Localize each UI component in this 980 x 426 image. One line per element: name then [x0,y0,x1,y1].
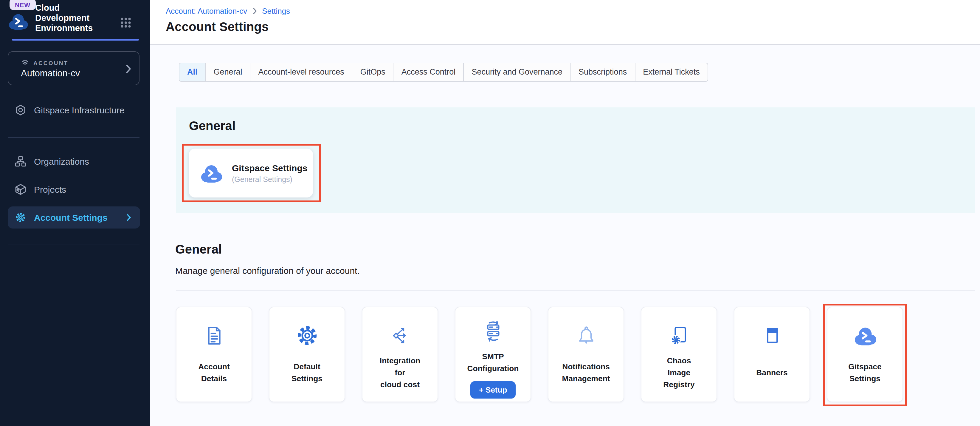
sidebar-item-label: Account Settings [34,212,108,223]
featured-card-text: Gitspace Settings (General Settings) [232,163,307,183]
settings-tabbar: All General Account-level resources GitO… [179,63,708,82]
app-window: NEW Cloud Development Environments ACCOU… [0,0,980,426]
sidebar-item-label: Organizations [34,156,89,166]
card-chaos-image-registry[interactable]: Chaos Image Registry [641,307,717,402]
sidebar-divider [8,245,140,245]
chevron-right-icon [253,8,257,14]
tab-external-tickets[interactable]: External Tickets [635,63,708,81]
new-badge: NEW [10,0,36,10]
tab-security-and-governance[interactable]: Security and Governance [464,63,571,81]
card-label: Integration for cloud cost [380,351,420,394]
card-label: Default Settings [291,351,323,394]
card-account-details[interactable]: Account Details [176,307,252,402]
breadcrumb-account-link[interactable]: Account: Automation-cv [166,6,247,16]
section-divider [176,290,975,290]
settings-tab-row: All General Account-level resources GitO… [179,63,980,82]
gitspace-cloud-icon [199,163,224,183]
banner-window-icon [760,319,784,351]
smtp-setup-button[interactable]: + Setup [471,381,515,398]
tab-general[interactable]: General [206,63,251,81]
product-title: Cloud Development Environments [35,3,99,34]
featured-card-title: Gitspace Settings [232,163,307,173]
card-smtp-configuration[interactable]: SMTP Configuration + Setup [455,307,531,402]
gitspace-settings-featured-card[interactable]: Gitspace Settings (General Settings) [189,148,313,198]
module-grid-icon[interactable] [120,17,132,29]
general-section-heading: General [175,242,980,257]
chevron-right-icon [126,64,131,73]
account-selector[interactable]: ACCOUNT Automation-cv [8,51,140,85]
tab-account-level-resources[interactable]: Account-level resources [251,63,353,81]
page-header: Account: Automation-cv Settings Account … [150,0,980,45]
tab-access-control[interactable]: Access Control [394,63,464,81]
card-label: SMTP Configuration [467,351,519,374]
featured-card-subtitle: (General Settings) [232,175,307,183]
highlight-red-outline: Gitspace Settings (General Settings) [182,144,321,202]
card-label: Banners [756,351,788,394]
card-label: Chaos Image Registry [663,351,695,394]
image-registry-gear-icon [667,319,691,351]
tab-subscriptions[interactable]: Subscriptions [571,63,635,81]
cube-icon [14,183,27,196]
document-icon [202,319,226,351]
sidebar-item-label: Gitspace Infrastructure [34,105,124,115]
gear-icon [295,319,319,351]
logo-underline [12,39,139,41]
card-label: Gitspace Settings [848,351,881,394]
cde-product-logo-cloud-icon [7,13,29,30]
sidebar-item-gitspace-infrastructure[interactable]: Gitspace Infrastructure [8,99,140,121]
sidebar-item-account-settings[interactable]: Account Settings [8,206,140,228]
page-title: Account Settings [166,20,980,34]
card-label: Account Details [198,351,230,394]
card-banners[interactable]: Banners [734,307,810,402]
account-name: Automation-cv [21,68,80,79]
general-section-description: Manage general configuration of your acc… [175,265,980,276]
tab-all[interactable]: All [180,63,206,81]
card-gitspace-settings[interactable]: Gitspace Settings [827,307,903,402]
org-chart-icon [14,155,27,168]
hexagon-nut-icon [14,104,27,116]
card-notifications-management[interactable]: Notifications Management [548,307,624,402]
breadcrumb-settings-link[interactable]: Settings [262,6,290,16]
sidebar-item-organizations[interactable]: Organizations [8,150,140,172]
sidebar: NEW Cloud Development Environments ACCOU… [0,0,150,426]
split-arrows-icon [388,319,412,351]
gitspace-cloud-icon [853,319,877,351]
card-label: Notifications Management [562,351,610,394]
featured-section-heading: General [189,119,235,133]
sidebar-item-label: Projects [34,184,66,195]
account-selector-label-row: ACCOUNT [21,59,68,67]
card-integration-for-cloud-cost[interactable]: Integration for cloud cost [362,307,438,402]
breadcrumb: Account: Automation-cv Settings [166,6,980,16]
tab-gitops[interactable]: GitOps [353,63,394,81]
sidebar-item-projects[interactable]: Projects [8,179,140,201]
main-content: Account: Automation-cv Settings Account … [150,0,980,426]
card-default-settings[interactable]: Default Settings [269,307,345,402]
gear-icon [14,211,27,224]
chevron-right-icon [126,214,131,221]
bell-icon [574,319,598,351]
smtp-server-icon [481,319,505,344]
sidebar-divider [8,137,140,138]
featured-general-band: General Gitspace Settings (General Setti… [176,107,975,213]
settings-card-grid: Account Details Default Settings Integra… [176,307,980,402]
account-label: ACCOUNT [33,59,68,66]
layers-icon [21,59,29,67]
